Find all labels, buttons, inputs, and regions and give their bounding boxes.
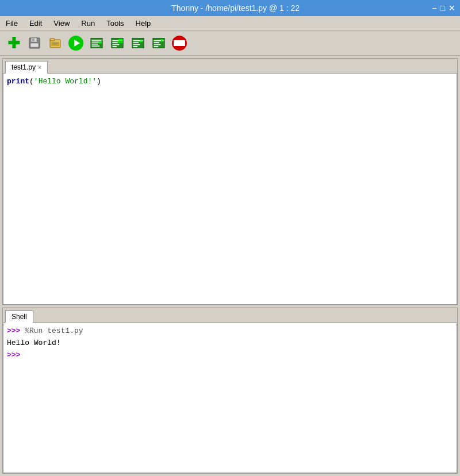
menu-bar: File Edit View Run Tools Help <box>0 16 460 31</box>
step-over-button[interactable] <box>108 34 126 52</box>
window-title: Thonny - /home/pi/test1.py @ 1 : 22 <box>39 3 432 13</box>
load-button[interactable] <box>46 34 64 52</box>
toolbar: ✚ <box>0 31 460 56</box>
run-icon <box>68 36 83 51</box>
run-button[interactable] <box>67 34 85 52</box>
debug-button[interactable] <box>87 34 106 52</box>
menu-file[interactable]: File <box>3 18 20 29</box>
step-into-icon <box>132 37 144 49</box>
code-line-1: print('Hello World!') <box>7 76 453 87</box>
shell-tabs: Shell <box>3 308 457 323</box>
minimize-button[interactable]: − <box>432 3 436 13</box>
main-area: test1.py× print('Hello World!') Shell >>… <box>0 56 460 476</box>
shell-line-1: >>> %Run test1.py <box>7 325 453 337</box>
stop-button[interactable] <box>170 34 189 52</box>
window-controls: − □ ✕ <box>432 3 455 13</box>
new-file-button[interactable]: ✚ <box>5 34 23 52</box>
string-literal: 'Hello World!' <box>34 77 97 86</box>
shell-tab-label: Shell <box>12 313 27 321</box>
editor-tabs: test1.py× <box>3 59 457 73</box>
paren-open: ( <box>29 77 34 86</box>
load-icon <box>49 37 62 49</box>
shell-line-3: >>> <box>7 350 453 362</box>
paren-close: ) <box>97 77 101 86</box>
keyword-print: print <box>7 77 29 86</box>
step-into-button[interactable] <box>129 34 147 52</box>
debug-icon <box>90 37 103 49</box>
svg-rect-3 <box>30 43 39 47</box>
save-button[interactable] <box>25 34 44 52</box>
tab-close-button[interactable]: × <box>38 64 41 71</box>
editor-pane: test1.py× print('Hello World!') <box>2 58 458 305</box>
svg-rect-2 <box>32 39 34 41</box>
shell-content[interactable]: >>> %Run test1.py Hello World! >>> <box>3 323 457 473</box>
tab-filename: test1.py <box>12 63 36 71</box>
menu-edit[interactable]: Edit <box>27 18 44 29</box>
new-file-icon: ✚ <box>7 36 20 51</box>
step-out-icon <box>152 37 165 49</box>
shell-cmd-1: %Run test1.py <box>25 327 83 335</box>
menu-run[interactable]: Run <box>79 18 97 29</box>
menu-tools[interactable]: Tools <box>104 18 126 29</box>
shell-tab[interactable]: Shell <box>5 310 33 323</box>
stop-icon <box>172 36 187 51</box>
title-bar: Thonny - /home/pi/test1.py @ 1 : 22 − □ … <box>0 0 460 16</box>
step-out-button[interactable] <box>150 34 168 52</box>
shell-line-2: Hello World! <box>7 337 453 350</box>
maximize-button[interactable]: □ <box>440 3 445 13</box>
stop-square <box>174 40 179 46</box>
close-button[interactable]: ✕ <box>448 3 455 13</box>
save-icon <box>28 37 41 49</box>
editor-tab-test1[interactable]: test1.py× <box>5 61 48 74</box>
shell-prompt-1: >>> <box>7 327 25 335</box>
menu-help[interactable]: Help <box>133 18 154 29</box>
shell-output-1: Hello World! <box>7 339 61 347</box>
step-over-icon <box>111 37 124 49</box>
shell-pane: Shell >>> %Run test1.py Hello World! >>> <box>2 308 458 474</box>
menu-view[interactable]: View <box>51 18 72 29</box>
svg-rect-5 <box>50 39 55 41</box>
shell-prompt-2: >>> <box>7 351 25 359</box>
editor-content[interactable]: print('Hello World!') <box>3 73 457 305</box>
